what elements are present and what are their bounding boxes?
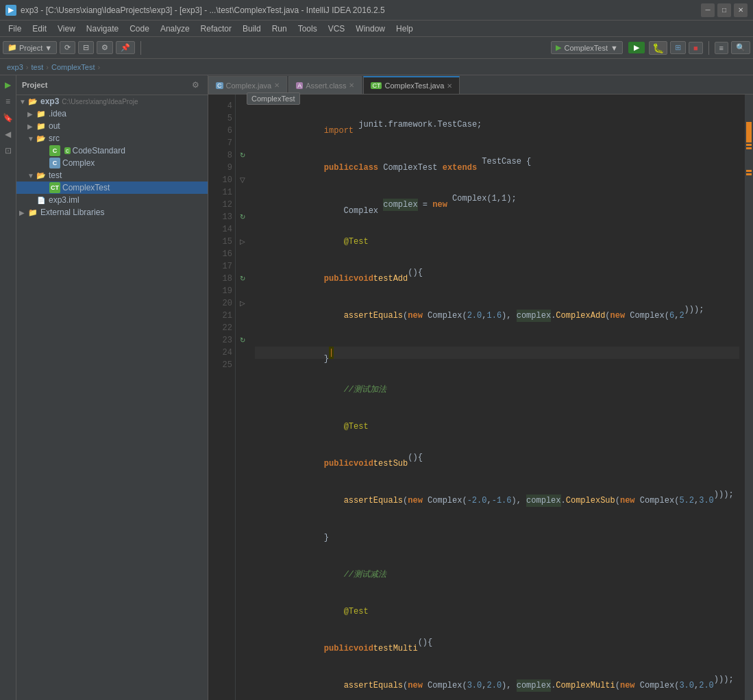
sdk-button[interactable]: ≡ (715, 42, 728, 54)
left-structure-button[interactable]: ≡ (1, 95, 15, 108)
title-bar: ▶ exp3 - [C:\Users\xiang\IdeaProjects\ex… (0, 0, 753, 21)
folder-icon-idea: 📁 (36, 108, 47, 119)
tree-item-exp3[interactable]: ▼ 📂 exp3 C:\Users\xiang\IdeaProje (16, 95, 208, 108)
maximize-button[interactable]: □ (717, 3, 731, 17)
toolbar-pin[interactable]: 📌 (116, 41, 135, 54)
code-line-8: public void testAdd(){ (255, 273, 739, 285)
arrow-idea: ▶ (27, 110, 36, 118)
arrow-test: ▼ (27, 172, 36, 179)
tab-icon-complex: C (216, 82, 223, 89)
tab-close-complex[interactable]: ✕ (274, 82, 280, 89)
breadcrumb-complextest[interactable]: ComplexTest (51, 63, 95, 71)
marker-24 (236, 347, 249, 359)
separator2 (708, 41, 709, 55)
right-gutter (745, 95, 753, 700)
project-label: Project (19, 44, 42, 52)
tree-item-exp3iml[interactable]: 📄 exp3.iml (16, 194, 208, 206)
menu-code[interactable]: Code (124, 23, 155, 35)
tree-label-exp3iml: exp3.iml (49, 195, 79, 205)
separator (140, 41, 141, 55)
code-line-5: public class ComplexTest extends TestCas… (255, 162, 739, 174)
search-everywhere[interactable]: 🔍 (731, 41, 750, 54)
code-line-18: public void testMulti(){ (255, 642, 739, 655)
toolbar-settings[interactable]: ⚙ (97, 41, 113, 54)
close-button[interactable]: ✕ (734, 3, 748, 17)
menu-view[interactable]: View (52, 23, 81, 35)
marker-7 (236, 137, 249, 149)
tree-item-test[interactable]: ▼ 📂 test (16, 169, 208, 182)
tree-item-idea[interactable]: ▶ 📁 .idea (16, 108, 208, 120)
toolbar: 📁 Project ▼ ⟳ ⊟ ⚙ 📌 ▶ ComplexTest ▼ ▶ 🐛 … (0, 37, 753, 59)
main-content: ▶ ≡ 🔖 ◀ ⊡ Project ⚙ ▼ 📂 exp3 C:\Users\xi… (0, 75, 753, 700)
tree-label-extlibs: External Libraries (40, 208, 104, 217)
code-content[interactable]: import junit.framework.TestCase; public … (249, 95, 745, 700)
left-run-button[interactable]: ▶ (1, 78, 15, 92)
marker-10[interactable]: ▽ (236, 174, 249, 186)
tab-complextest-java[interactable]: CT ComplexTest.java ✕ (363, 76, 460, 94)
icon-codestandard: C (49, 145, 60, 156)
marker-22 (236, 322, 249, 334)
icon-codestandard2: c (64, 147, 71, 154)
tab-complex-java[interactable]: C Complex.java ✕ (208, 76, 287, 94)
code-line-11: //测试加法 (255, 384, 739, 396)
tree-item-complextest[interactable]: CT ComplexTest (16, 182, 208, 194)
tab-icon-assert: A (296, 82, 303, 89)
menu-edit[interactable]: Edit (27, 23, 52, 35)
left-terminal-button[interactable]: ⊡ (1, 144, 15, 158)
menu-file[interactable]: File (3, 23, 27, 35)
code-line-15: } (255, 532, 739, 544)
code-line-10: }| (255, 347, 739, 359)
menu-run[interactable]: Run (267, 23, 293, 35)
breadcrumb-sep2: › (46, 63, 49, 71)
coverage-button[interactable]: ⊞ (670, 41, 686, 54)
tab-label-assert: Assert.class (306, 82, 346, 90)
tab-assert-class[interactable]: A Assert.class ✕ (288, 76, 362, 94)
scroll-marker-3 (746, 147, 752, 149)
tree-item-extlibs[interactable]: ▶ 📁 External Libraries (16, 206, 208, 218)
tab-close-complextest[interactable]: ✕ (447, 82, 452, 90)
tree-label-complextest: ComplexTest (62, 183, 110, 192)
tree-item-src[interactable]: ▼ 📂 src (16, 132, 208, 145)
menu-refactor[interactable]: Refactor (195, 23, 237, 35)
minimize-button[interactable]: ─ (701, 3, 715, 17)
marker-25 (236, 359, 249, 371)
marker-20[interactable]: ▷ (236, 297, 249, 310)
code-line-19: assertEquals(new Complex(3.0,2.0), compl… (255, 679, 739, 692)
tooltip-complextest: ComplexTest (247, 92, 300, 105)
breadcrumb-exp3[interactable]: exp3 (7, 63, 23, 71)
marker-11 (236, 186, 249, 199)
menu-vcs[interactable]: VCS (323, 23, 351, 35)
tree-item-complex[interactable]: C Complex (16, 157, 208, 169)
toolbar-sync[interactable]: ⟳ (60, 41, 75, 54)
tree-item-out[interactable]: ▶ 📁 out (16, 120, 208, 132)
menu-analyze[interactable]: Analyze (155, 23, 195, 35)
sidebar-tree: ▼ 📂 exp3 C:\Users\xiang\IdeaProje ▶ 📁 .i… (16, 95, 208, 700)
stop-button[interactable]: ■ (689, 42, 703, 54)
folder-icon-src: 📂 (36, 133, 47, 144)
tree-item-codestandard[interactable]: C c CodeStandard (16, 145, 208, 157)
left-bookmarks-button[interactable]: 🔖 (1, 111, 15, 125)
marker-5 (236, 112, 249, 125)
toolbar-collapse[interactable]: ⊟ (78, 41, 94, 54)
breadcrumb-test[interactable]: test (32, 63, 44, 71)
debug-button[interactable]: 🐛 (649, 41, 667, 55)
sidebar-settings[interactable]: ⚙ (188, 78, 202, 92)
project-selector[interactable]: 📁 Project ▼ (3, 41, 57, 54)
marker-23: ↻ (236, 334, 249, 347)
marker-17 (236, 260, 249, 273)
tree-label-exp3: exp3 (40, 97, 59, 106)
window-controls: ─ □ ✕ (701, 3, 748, 17)
breadcrumb-sep1: › (26, 63, 29, 71)
marker-15[interactable]: ▷ (236, 236, 249, 248)
menu-build[interactable]: Build (237, 23, 267, 35)
run-button[interactable]: ▶ (628, 42, 645, 53)
folder-icon: 📁 (8, 43, 17, 52)
scroll-marker-5 (746, 173, 752, 175)
menu-help[interactable]: Help (391, 23, 419, 35)
menu-navigate[interactable]: Navigate (81, 23, 124, 35)
run-config-selector[interactable]: ▶ ComplexTest ▼ (551, 41, 622, 54)
menu-tools[interactable]: Tools (293, 23, 323, 35)
menu-window[interactable]: Window (350, 23, 391, 35)
tab-close-assert[interactable]: ✕ (349, 82, 354, 89)
left-nav-button[interactable]: ◀ (1, 127, 15, 141)
